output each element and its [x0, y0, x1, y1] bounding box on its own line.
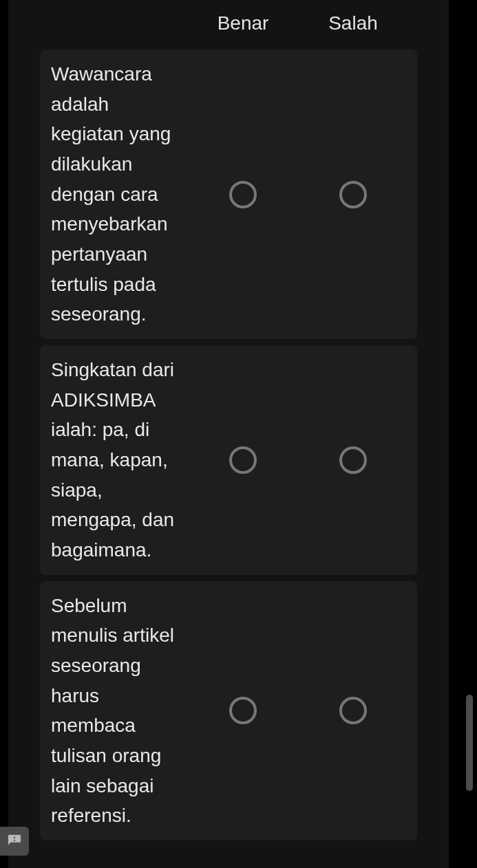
- grid-row: Wawancara adalah kegiatan yang dilakukan…: [40, 50, 417, 339]
- radio-cell-benar: [188, 59, 298, 329]
- form-card: Benar Salah Wawancara adalah kegiatan ya…: [8, 0, 449, 868]
- statement-cell: Wawancara adalah kegiatan yang dilakukan…: [40, 59, 188, 329]
- statement-text: Singkatan dari ADIKSIMBA ialah: pa, di m…: [51, 355, 185, 565]
- radio-button[interactable]: [229, 697, 257, 724]
- report-problem-button[interactable]: [0, 827, 29, 856]
- statement-cell: Singkatan dari ADIKSIMBA ialah: pa, di m…: [40, 355, 188, 565]
- radio-cell-benar: [188, 355, 298, 565]
- radio-button[interactable]: [339, 697, 367, 724]
- page-root: Benar Salah Wawancara adalah kegiatan ya…: [0, 0, 477, 868]
- statement-text: Wawancara adalah kegiatan yang dilakukan…: [51, 59, 185, 329]
- radio-button[interactable]: [339, 446, 367, 474]
- column-header-benar: Benar: [188, 12, 298, 34]
- grid-row: Singkatan dari ADIKSIMBA ialah: pa, di m…: [40, 345, 417, 575]
- feedback-icon: [7, 834, 22, 849]
- grid-column-header-row: Benar Salah: [40, 0, 417, 41]
- radio-cell-salah: [298, 59, 408, 329]
- radio-cell-salah: [298, 355, 408, 565]
- statement-cell: Sebelum menulis artikel seseorang harus …: [40, 591, 188, 831]
- grid-row: Sebelum menulis artikel seseorang harus …: [40, 581, 417, 840]
- scrollbar-track[interactable]: [466, 0, 473, 868]
- question-area: Benar Salah Wawancara adalah kegiatan ya…: [8, 0, 449, 840]
- radio-cell-salah: [298, 591, 408, 831]
- scrollbar-thumb[interactable]: [466, 695, 473, 791]
- radio-button[interactable]: [339, 181, 367, 208]
- statement-text: Sebelum menulis artikel seseorang harus …: [51, 591, 185, 831]
- radio-button[interactable]: [229, 181, 257, 208]
- radio-button[interactable]: [229, 446, 257, 474]
- column-header-salah: Salah: [298, 12, 408, 34]
- radio-cell-benar: [188, 591, 298, 831]
